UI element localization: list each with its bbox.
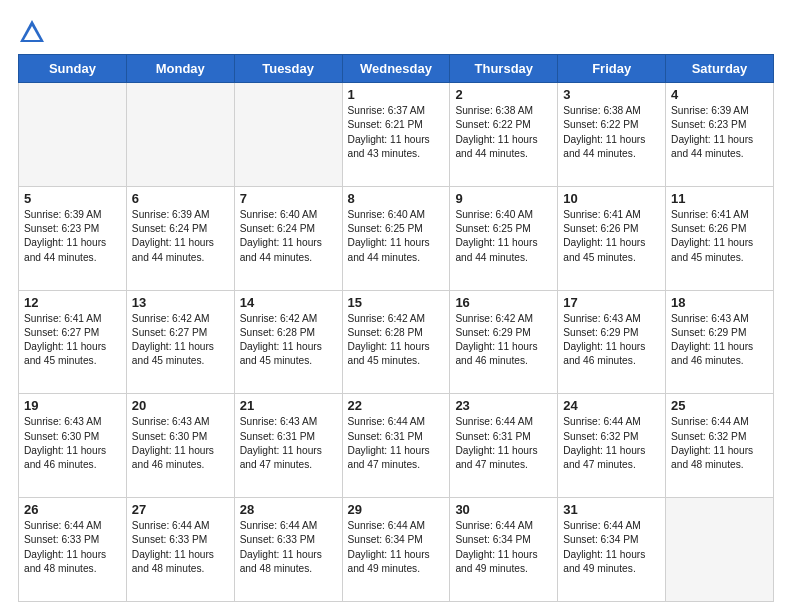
calendar-week-5: 26Sunrise: 6:44 AM Sunset: 6:33 PM Dayli… — [19, 498, 774, 602]
day-info: Sunrise: 6:40 AM Sunset: 6:25 PM Dayligh… — [455, 208, 552, 265]
calendar-cell: 5Sunrise: 6:39 AM Sunset: 6:23 PM Daylig… — [19, 186, 127, 290]
calendar-week-3: 12Sunrise: 6:41 AM Sunset: 6:27 PM Dayli… — [19, 290, 774, 394]
calendar-cell: 27Sunrise: 6:44 AM Sunset: 6:33 PM Dayli… — [126, 498, 234, 602]
day-number: 11 — [671, 191, 768, 206]
day-number: 2 — [455, 87, 552, 102]
calendar-week-1: 1Sunrise: 6:37 AM Sunset: 6:21 PM Daylig… — [19, 83, 774, 187]
day-info: Sunrise: 6:43 AM Sunset: 6:29 PM Dayligh… — [563, 312, 660, 369]
calendar-cell: 18Sunrise: 6:43 AM Sunset: 6:29 PM Dayli… — [666, 290, 774, 394]
day-number: 9 — [455, 191, 552, 206]
day-info: Sunrise: 6:39 AM Sunset: 6:24 PM Dayligh… — [132, 208, 229, 265]
calendar-cell: 24Sunrise: 6:44 AM Sunset: 6:32 PM Dayli… — [558, 394, 666, 498]
day-header-sunday: Sunday — [19, 55, 127, 83]
day-number: 25 — [671, 398, 768, 413]
calendar-cell — [19, 83, 127, 187]
calendar-cell: 19Sunrise: 6:43 AM Sunset: 6:30 PM Dayli… — [19, 394, 127, 498]
calendar-cell: 13Sunrise: 6:42 AM Sunset: 6:27 PM Dayli… — [126, 290, 234, 394]
day-info: Sunrise: 6:44 AM Sunset: 6:33 PM Dayligh… — [240, 519, 337, 576]
day-info: Sunrise: 6:44 AM Sunset: 6:34 PM Dayligh… — [455, 519, 552, 576]
day-info: Sunrise: 6:44 AM Sunset: 6:34 PM Dayligh… — [348, 519, 445, 576]
calendar-cell: 15Sunrise: 6:42 AM Sunset: 6:28 PM Dayli… — [342, 290, 450, 394]
calendar-cell: 31Sunrise: 6:44 AM Sunset: 6:34 PM Dayli… — [558, 498, 666, 602]
day-info: Sunrise: 6:41 AM Sunset: 6:26 PM Dayligh… — [671, 208, 768, 265]
calendar-cell — [126, 83, 234, 187]
day-info: Sunrise: 6:40 AM Sunset: 6:25 PM Dayligh… — [348, 208, 445, 265]
day-info: Sunrise: 6:44 AM Sunset: 6:31 PM Dayligh… — [455, 415, 552, 472]
calendar-cell: 3Sunrise: 6:38 AM Sunset: 6:22 PM Daylig… — [558, 83, 666, 187]
day-number: 13 — [132, 295, 229, 310]
day-number: 30 — [455, 502, 552, 517]
day-number: 22 — [348, 398, 445, 413]
calendar-cell: 17Sunrise: 6:43 AM Sunset: 6:29 PM Dayli… — [558, 290, 666, 394]
calendar-cell: 11Sunrise: 6:41 AM Sunset: 6:26 PM Dayli… — [666, 186, 774, 290]
page: SundayMondayTuesdayWednesdayThursdayFrid… — [0, 0, 792, 612]
calendar-cell — [666, 498, 774, 602]
calendar-cell: 21Sunrise: 6:43 AM Sunset: 6:31 PM Dayli… — [234, 394, 342, 498]
day-info: Sunrise: 6:42 AM Sunset: 6:28 PM Dayligh… — [348, 312, 445, 369]
day-number: 26 — [24, 502, 121, 517]
day-header-tuesday: Tuesday — [234, 55, 342, 83]
calendar-week-2: 5Sunrise: 6:39 AM Sunset: 6:23 PM Daylig… — [19, 186, 774, 290]
day-number: 7 — [240, 191, 337, 206]
logo — [18, 18, 50, 46]
day-number: 29 — [348, 502, 445, 517]
day-info: Sunrise: 6:41 AM Sunset: 6:26 PM Dayligh… — [563, 208, 660, 265]
calendar-cell: 25Sunrise: 6:44 AM Sunset: 6:32 PM Dayli… — [666, 394, 774, 498]
calendar-week-4: 19Sunrise: 6:43 AM Sunset: 6:30 PM Dayli… — [19, 394, 774, 498]
day-info: Sunrise: 6:43 AM Sunset: 6:30 PM Dayligh… — [24, 415, 121, 472]
calendar-cell: 8Sunrise: 6:40 AM Sunset: 6:25 PM Daylig… — [342, 186, 450, 290]
calendar-cell: 6Sunrise: 6:39 AM Sunset: 6:24 PM Daylig… — [126, 186, 234, 290]
day-info: Sunrise: 6:44 AM Sunset: 6:34 PM Dayligh… — [563, 519, 660, 576]
day-number: 31 — [563, 502, 660, 517]
calendar-cell — [234, 83, 342, 187]
calendar-cell: 29Sunrise: 6:44 AM Sunset: 6:34 PM Dayli… — [342, 498, 450, 602]
calendar-cell: 16Sunrise: 6:42 AM Sunset: 6:29 PM Dayli… — [450, 290, 558, 394]
day-number: 21 — [240, 398, 337, 413]
day-info: Sunrise: 6:39 AM Sunset: 6:23 PM Dayligh… — [671, 104, 768, 161]
calendar-header-row: SundayMondayTuesdayWednesdayThursdayFrid… — [19, 55, 774, 83]
calendar-cell: 7Sunrise: 6:40 AM Sunset: 6:24 PM Daylig… — [234, 186, 342, 290]
day-number: 17 — [563, 295, 660, 310]
calendar-cell: 26Sunrise: 6:44 AM Sunset: 6:33 PM Dayli… — [19, 498, 127, 602]
day-info: Sunrise: 6:42 AM Sunset: 6:27 PM Dayligh… — [132, 312, 229, 369]
day-info: Sunrise: 6:44 AM Sunset: 6:33 PM Dayligh… — [132, 519, 229, 576]
day-header-monday: Monday — [126, 55, 234, 83]
day-number: 14 — [240, 295, 337, 310]
day-info: Sunrise: 6:39 AM Sunset: 6:23 PM Dayligh… — [24, 208, 121, 265]
day-info: Sunrise: 6:40 AM Sunset: 6:24 PM Dayligh… — [240, 208, 337, 265]
calendar-cell: 14Sunrise: 6:42 AM Sunset: 6:28 PM Dayli… — [234, 290, 342, 394]
day-info: Sunrise: 6:43 AM Sunset: 6:31 PM Dayligh… — [240, 415, 337, 472]
calendar-cell: 10Sunrise: 6:41 AM Sunset: 6:26 PM Dayli… — [558, 186, 666, 290]
day-info: Sunrise: 6:42 AM Sunset: 6:29 PM Dayligh… — [455, 312, 552, 369]
calendar-cell: 20Sunrise: 6:43 AM Sunset: 6:30 PM Dayli… — [126, 394, 234, 498]
day-info: Sunrise: 6:43 AM Sunset: 6:29 PM Dayligh… — [671, 312, 768, 369]
calendar-cell: 1Sunrise: 6:37 AM Sunset: 6:21 PM Daylig… — [342, 83, 450, 187]
day-number: 10 — [563, 191, 660, 206]
day-info: Sunrise: 6:37 AM Sunset: 6:21 PM Dayligh… — [348, 104, 445, 161]
calendar-cell: 9Sunrise: 6:40 AM Sunset: 6:25 PM Daylig… — [450, 186, 558, 290]
day-number: 8 — [348, 191, 445, 206]
calendar-cell: 28Sunrise: 6:44 AM Sunset: 6:33 PM Dayli… — [234, 498, 342, 602]
day-number: 28 — [240, 502, 337, 517]
day-number: 1 — [348, 87, 445, 102]
day-number: 16 — [455, 295, 552, 310]
day-header-wednesday: Wednesday — [342, 55, 450, 83]
day-number: 24 — [563, 398, 660, 413]
calendar-cell: 22Sunrise: 6:44 AM Sunset: 6:31 PM Dayli… — [342, 394, 450, 498]
day-info: Sunrise: 6:44 AM Sunset: 6:33 PM Dayligh… — [24, 519, 121, 576]
header — [18, 18, 774, 46]
day-header-saturday: Saturday — [666, 55, 774, 83]
day-number: 27 — [132, 502, 229, 517]
day-number: 20 — [132, 398, 229, 413]
day-number: 3 — [563, 87, 660, 102]
day-header-friday: Friday — [558, 55, 666, 83]
day-number: 18 — [671, 295, 768, 310]
day-number: 15 — [348, 295, 445, 310]
day-info: Sunrise: 6:44 AM Sunset: 6:31 PM Dayligh… — [348, 415, 445, 472]
day-number: 5 — [24, 191, 121, 206]
calendar-table: SundayMondayTuesdayWednesdayThursdayFrid… — [18, 54, 774, 602]
calendar-cell: 23Sunrise: 6:44 AM Sunset: 6:31 PM Dayli… — [450, 394, 558, 498]
logo-icon — [18, 18, 46, 46]
day-info: Sunrise: 6:43 AM Sunset: 6:30 PM Dayligh… — [132, 415, 229, 472]
day-info: Sunrise: 6:41 AM Sunset: 6:27 PM Dayligh… — [24, 312, 121, 369]
